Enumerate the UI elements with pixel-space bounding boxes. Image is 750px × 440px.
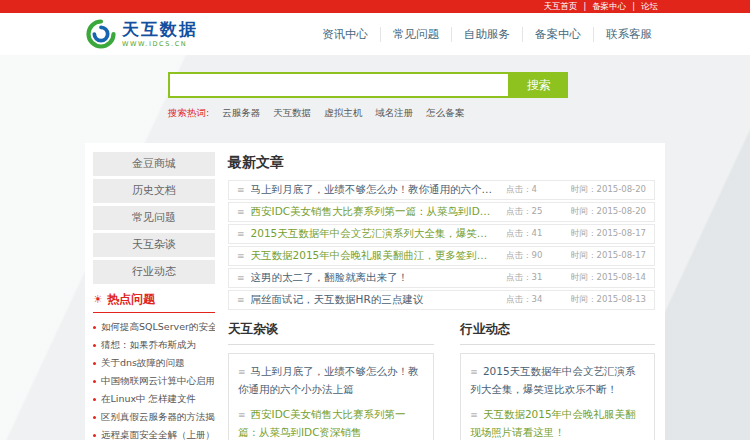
topbar-link-home[interactable]: 天互首页 (538, 0, 584, 13)
article-date: 时间：2015-08-20 (556, 206, 646, 218)
article-title[interactable]: 马上到月底了，业绩不够怎么办！教你通用的六个小办法上篇 (251, 183, 496, 197)
list-icon: ≡ (238, 410, 246, 420)
section-title-industry-news: 行业动态 (460, 321, 655, 345)
topbar: 天互首页 | 备案中心 | 论坛 (0, 0, 750, 13)
article-meta: 点击：25 时间：2015-08-20 (496, 206, 646, 218)
article-date: 时间：2015-08-20 (556, 184, 646, 196)
hot-issues-title: 热点问题 (107, 291, 155, 308)
search-input[interactable] (168, 72, 510, 98)
hot-word-tianhu-data[interactable]: 天互数据 (273, 107, 311, 120)
main-column: 最新文章 ≡ 马上到月底了，业绩不够怎么办！教你通用的六个小办法上篇 点击：4 … (228, 152, 655, 440)
article-title[interactable]: 2015天互数据年中会文艺汇演系列大全集，爆笑逗比欢乐不断！ (251, 227, 496, 241)
nav-item-self-service[interactable]: 自助服务 (451, 27, 522, 42)
list-icon: ≡ (470, 410, 478, 420)
bullet-dot-icon (93, 344, 96, 347)
bullet-dot-icon (93, 416, 96, 419)
article-title[interactable]: 西安IDC美女销售大比赛系列第一篇：从菜鸟到IDC资深销售 (251, 205, 496, 219)
hot-issue-text: 在Linux中 怎样建文件 (101, 390, 196, 408)
article-clicks: 点击：4 (506, 184, 556, 196)
list-icon: ≡ (237, 208, 245, 217)
section-box-industry-news: ≡2015天互数据年中会文艺汇演系列大全集，爆笑逗比欢乐不断！ ≡天互数据201… (460, 353, 655, 440)
hot-words-row: 搜索热词: 云服务器 天互数据 虚拟主机 域名注册 怎么备案 (168, 107, 750, 120)
hot-word-domain-register[interactable]: 域名注册 (375, 107, 413, 120)
article-row[interactable]: ≡ 西安IDC美女销售大比赛系列第一篇：从菜鸟到IDC资深销售 点击：25 时间… (228, 202, 655, 222)
sidebar: 金豆商城 历史文档 常见问题 天互杂谈 行业动态 ☀ 热点问题 如何提高SQLS… (93, 152, 215, 440)
hot-issue-text: 远程桌面安全全解（上册）(1) (101, 426, 215, 440)
topbar-link-forum[interactable]: 论坛 (635, 0, 664, 13)
hot-issue-link[interactable]: 猜想：如果乔布斯成为 (93, 336, 215, 354)
hot-word-cloud-server[interactable]: 云服务器 (222, 107, 260, 120)
article-date: 时间：2015-08-17 (556, 228, 646, 240)
article-row[interactable]: ≡ 天互数据2015年中会晚礼服美翻曲江，更多签到现场照片请看这里！ 点击：90… (228, 246, 655, 266)
article-title[interactable]: 天互数据2015年中会晚礼服美翻曲江，更多签到现场照片请看这里！ (251, 249, 496, 263)
logo-title: 天互数据 (122, 21, 198, 38)
section-article-text: 2015天互数据年中会文艺汇演系列大全集，爆笑逗比欢乐不断！ (470, 365, 635, 395)
hot-word-how-to-beian[interactable]: 怎么备案 (426, 107, 464, 120)
topbar-link-beian-center[interactable]: 备案中心 (586, 0, 632, 13)
section-article-link[interactable]: ≡马上到月底了，业绩不够怎么办！教你通用的六个小办法上篇 (238, 362, 424, 399)
search-button[interactable]: 搜索 (510, 72, 568, 98)
section-article-text: 西安IDC美女销售大比赛系列第一篇：从菜鸟到IDC资深销售 (238, 408, 406, 438)
list-icon: ≡ (237, 296, 245, 305)
logo-text: 天互数据 WWW.IDCS.CN (122, 21, 198, 48)
hot-issue-link[interactable]: 远程桌面安全全解（上册）(1) (93, 426, 215, 440)
hot-words-label: 搜索热词: (168, 107, 209, 120)
nav-item-beian-center[interactable]: 备案中心 (522, 27, 593, 42)
article-title[interactable]: 这男的太二了，翻脸就离出来了！ (251, 271, 409, 285)
logo[interactable]: 天互数据 WWW.IDCS.CN (86, 19, 198, 49)
sun-icon: ☀ (93, 294, 103, 305)
article-date: 时间：2015-08-13 (556, 294, 646, 306)
list-icon: ≡ (237, 230, 245, 239)
section-article-text: 马上到月底了，业绩不够怎么办！教你通用的六个小办法上篇 (238, 365, 419, 395)
list-icon: ≡ (470, 367, 478, 377)
sidebar-item-industry-news[interactable]: 行业动态 (93, 260, 215, 284)
sidebar-item-history-docs[interactable]: 历史文档 (93, 179, 215, 203)
bullet-dot-icon (93, 362, 96, 365)
article-row[interactable]: ≡ 这男的太二了，翻脸就离出来了！ 点击：31 时间：2015-08-14 (228, 268, 655, 288)
nav-item-contact-support[interactable]: 联系客服 (593, 27, 664, 42)
bullet-dot-icon (93, 434, 96, 437)
article-meta: 点击：4 时间：2015-08-20 (496, 184, 646, 196)
article-clicks: 点击：41 (506, 228, 556, 240)
hot-issue-text: 猜想：如果乔布斯成为 (101, 336, 196, 354)
hot-issue-link[interactable]: 关于dns故障的问题 (93, 354, 215, 372)
sidebar-item-tianhu-essays[interactable]: 天互杂谈 (93, 233, 215, 257)
main-nav: 资讯中心 常见问题 自助服务 备案中心 联系客服 (310, 13, 664, 55)
article-date: 时间：2015-08-17 (556, 250, 646, 262)
header: 天互数据 WWW.IDCS.CN 资讯中心 常见问题 自助服务 备案中心 联系客… (0, 13, 750, 55)
article-meta: 点击：41 时间：2015-08-17 (496, 228, 646, 240)
sidebar-item-faq[interactable]: 常见问题 (93, 206, 215, 230)
article-row[interactable]: ≡ 2015天互数据年中会文艺汇演系列大全集，爆笑逗比欢乐不断！ 点击：41 时… (228, 224, 655, 244)
logo-swirl-icon (86, 19, 116, 49)
nav-item-faq[interactable]: 常见问题 (380, 27, 451, 42)
search-row: 搜索 (168, 72, 750, 98)
nav-item-news-center[interactable]: 资讯中心 (310, 27, 380, 42)
hot-issue-link[interactable]: 在Linux中 怎样建文件 (93, 390, 215, 408)
hot-issue-link[interactable]: 中国物联网云计算中心启用 (93, 372, 215, 390)
article-date: 时间：2015-08-14 (556, 272, 646, 284)
article-title[interactable]: 屌丝面试记，天互数据HR的三点建议 (251, 293, 424, 307)
section-title-tianhu-essays: 天互杂谈 (228, 321, 434, 345)
section-article-link[interactable]: ≡天互数据2015年中会晚礼服美翻现场照片请看这里！ (470, 405, 645, 440)
hot-issue-link[interactable]: 如何提高SQLServer的安全性 (93, 318, 215, 336)
section-box-tianhu-essays: ≡马上到月底了，业绩不够怎么办！教你通用的六个小办法上篇 ≡西安IDC美女销售大… (228, 353, 434, 440)
hot-issue-link[interactable]: 区别真假云服务器的方法揭秘 (93, 408, 215, 426)
hot-issue-text: 区别真假云服务器的方法揭秘 (101, 408, 215, 426)
list-icon: ≡ (238, 367, 246, 377)
sidebar-item-gold-mall[interactable]: 金豆商城 (93, 152, 215, 176)
hot-issue-text: 关于dns故障的问题 (101, 354, 185, 372)
hot-issues-list: 如何提高SQLServer的安全性 猜想：如果乔布斯成为 关于dns故障的问题 … (93, 318, 215, 440)
hot-word-virtual-host[interactable]: 虚拟主机 (324, 107, 362, 120)
article-meta: 点击：34 时间：2015-08-13 (496, 294, 646, 306)
section-article-link[interactable]: ≡2015天互数据年中会文艺汇演系列大全集，爆笑逗比欢乐不断！ (470, 362, 645, 399)
section-article-link[interactable]: ≡西安IDC美女销售大比赛系列第一篇：从菜鸟到IDC资深销售 (238, 405, 424, 440)
list-icon: ≡ (237, 186, 245, 195)
search-band: 搜索 搜索热词: 云服务器 天互数据 虚拟主机 域名注册 怎么备案 (0, 55, 750, 143)
bullet-dot-icon (93, 398, 96, 401)
list-icon: ≡ (237, 274, 245, 283)
article-row[interactable]: ≡ 马上到月底了，业绩不够怎么办！教你通用的六个小办法上篇 点击：4 时间：20… (228, 180, 655, 200)
article-row[interactable]: ≡ 屌丝面试记，天互数据HR的三点建议 点击：34 时间：2015-08-13 (228, 290, 655, 310)
hot-issue-text: 如何提高SQLServer的安全性 (101, 318, 215, 336)
page: 天互首页 | 备案中心 | 论坛 天互数据 WWW.IDCS.CN 资讯中心 常… (0, 0, 750, 440)
bullet-dot-icon (93, 326, 96, 329)
